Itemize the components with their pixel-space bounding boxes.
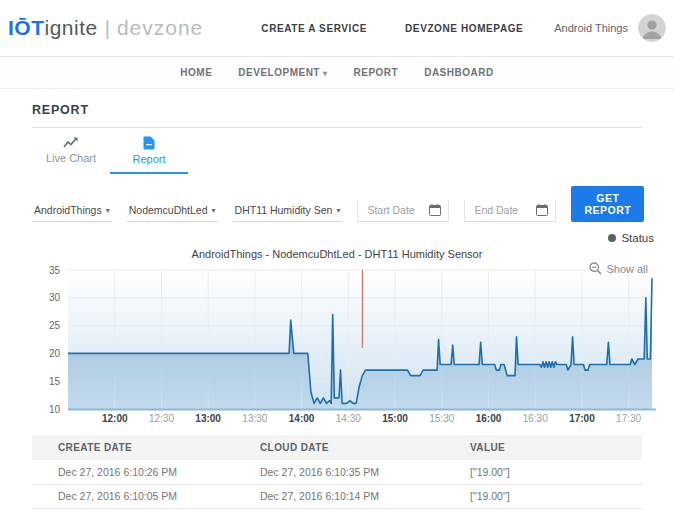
page: IŌTignite | devzone CREATE A SERVICE DEV… bbox=[0, 0, 674, 510]
x-axis-label: 15:30 bbox=[429, 413, 454, 424]
main-content: REPORT Live Chart Report Andr bbox=[0, 103, 674, 510]
table-cell: Dec 27, 2016 6:10:26 PM bbox=[32, 460, 260, 484]
page-title: REPORT bbox=[32, 103, 642, 117]
y-axis-label: 15 bbox=[49, 376, 61, 387]
x-axis-label: 15:00 bbox=[382, 413, 408, 424]
table-cell: Dec 27, 2016 6:10:14 PM bbox=[260, 484, 470, 508]
user-avatar-icon bbox=[638, 14, 666, 42]
start-date-input[interactable] bbox=[367, 204, 429, 216]
table-cell: Dec 27, 2016 6:10:05 PM bbox=[32, 484, 260, 508]
show-all-button[interactable]: Show all bbox=[589, 262, 648, 275]
logo-devzone-text: devzone bbox=[117, 16, 203, 40]
tab-live-chart[interactable]: Live Chart bbox=[32, 130, 110, 174]
sensor-select[interactable]: DHT11 Humidity Sen ▾ bbox=[233, 200, 343, 222]
table-cell: ["19.00"] bbox=[470, 484, 642, 508]
x-axis-label: 16:30 bbox=[523, 413, 548, 424]
x-axis-label: 12:30 bbox=[149, 413, 174, 424]
x-axis-label: 13:00 bbox=[195, 413, 221, 424]
end-date-field bbox=[464, 200, 556, 222]
x-axis-label: 14:30 bbox=[336, 413, 361, 424]
secondary-nav: HOME DEVELOPMENT▾ REPORT DASHBOARD bbox=[0, 57, 674, 89]
chevron-down-icon: ▾ bbox=[106, 206, 110, 215]
line-chart-icon bbox=[63, 136, 79, 149]
report-table: CREATE DATE CLOUD DATE VALUE Dec 27, 201… bbox=[32, 435, 642, 510]
nav-dashboard[interactable]: DASHBOARD bbox=[424, 67, 494, 78]
col-cloud-date: CLOUD DATE bbox=[260, 435, 470, 460]
nav-home[interactable]: HOME bbox=[180, 67, 212, 78]
create-a-service-link[interactable]: CREATE A SERVICE bbox=[261, 23, 367, 34]
calendar-icon[interactable] bbox=[536, 204, 548, 216]
table-row: Dec 27, 2016 6:10:05 PMDec 27, 2016 6:10… bbox=[32, 484, 642, 508]
calendar-icon[interactable] bbox=[429, 204, 441, 216]
user-name: Android Things bbox=[554, 22, 628, 34]
legend-dot-icon bbox=[608, 234, 616, 242]
chevron-down-icon: ▾ bbox=[336, 206, 340, 215]
chevron-down-icon: ▾ bbox=[323, 69, 328, 78]
iotignite-devzone-logo[interactable]: IŌTignite | devzone bbox=[8, 16, 203, 40]
tab-report[interactable]: Report bbox=[110, 130, 188, 174]
logo-iot-text: IŌT bbox=[8, 16, 45, 40]
top-header: IŌTignite | devzone CREATE A SERVICE DEV… bbox=[0, 0, 674, 57]
report-document-icon bbox=[143, 136, 155, 150]
y-axis-label: 30 bbox=[49, 292, 61, 303]
title-divider bbox=[32, 127, 642, 128]
table-header-row: CREATE DATE CLOUD DATE VALUE bbox=[32, 435, 642, 460]
end-date-input[interactable] bbox=[474, 204, 536, 216]
tab-label: Report bbox=[132, 153, 165, 165]
x-axis-label: 16:00 bbox=[476, 413, 502, 424]
y-axis-label: 25 bbox=[49, 320, 61, 331]
logo-divider: | bbox=[105, 17, 110, 40]
device-select[interactable]: AndroidThings ▾ bbox=[32, 200, 112, 222]
chart-title: AndroidThings - NodemcuDhtLed - DHT11 Hu… bbox=[0, 248, 674, 260]
table-cell: ["19.00"] bbox=[470, 460, 642, 484]
report-tabs: Live Chart Report bbox=[32, 130, 642, 174]
devzone-homepage-link[interactable]: DEVZONE HOMEPAGE bbox=[405, 23, 523, 34]
tab-label: Live Chart bbox=[46, 152, 96, 164]
col-create-date: CREATE DATE bbox=[32, 435, 260, 460]
x-axis-label: 14:00 bbox=[289, 413, 315, 424]
chart-area: AndroidThings - NodemcuDhtLed - DHT11 Hu… bbox=[0, 248, 674, 427]
logo-ignite-text: ignite bbox=[45, 16, 98, 40]
table-cell: Dec 27, 2016 6:10:35 PM bbox=[260, 460, 470, 484]
legend-label: Status bbox=[621, 232, 654, 244]
table-row: Dec 27, 2016 6:10:26 PMDec 27, 2016 6:10… bbox=[32, 460, 642, 484]
chevron-down-icon: ▾ bbox=[212, 206, 216, 215]
show-all-label: Show all bbox=[606, 263, 648, 275]
zoom-out-icon bbox=[589, 262, 602, 275]
start-date-field bbox=[357, 200, 449, 222]
chart-legend[interactable]: Status bbox=[32, 232, 654, 244]
y-axis-label: 35 bbox=[49, 265, 61, 276]
filter-bar: AndroidThings ▾ NodemcuDhtLed ▾ DHT11 Hu… bbox=[32, 186, 642, 222]
nav-development[interactable]: DEVELOPMENT▾ bbox=[238, 67, 327, 78]
get-report-button[interactable]: GET REPORT bbox=[571, 186, 644, 222]
header-nav: CREATE A SERVICE DEVZONE HOMEPAGE bbox=[261, 23, 523, 34]
y-axis-label: 10 bbox=[49, 404, 61, 415]
x-axis-label: 17:30 bbox=[616, 413, 641, 424]
humidity-area-chart[interactable]: 10152025303512:0012:3013:0013:3014:0014:… bbox=[0, 262, 674, 427]
x-axis-label: 12:00 bbox=[102, 413, 128, 424]
col-value: VALUE bbox=[470, 435, 642, 460]
account-area: Android Things bbox=[554, 14, 666, 42]
nav-report[interactable]: REPORT bbox=[353, 67, 398, 78]
y-axis-label: 20 bbox=[49, 348, 61, 359]
x-axis-label: 17:00 bbox=[569, 413, 595, 424]
node-select[interactable]: NodemcuDhtLed ▾ bbox=[127, 200, 218, 222]
x-axis-label: 13:30 bbox=[242, 413, 267, 424]
avatar[interactable] bbox=[638, 14, 666, 42]
